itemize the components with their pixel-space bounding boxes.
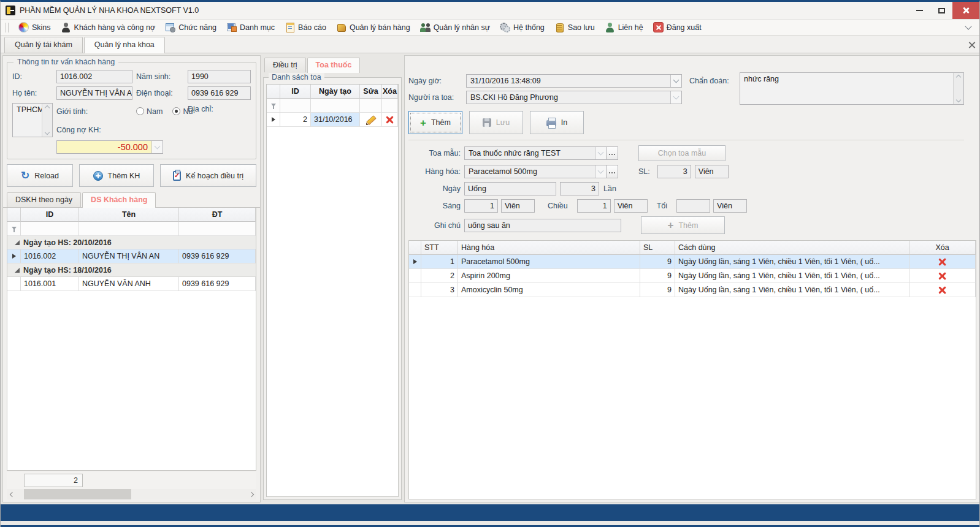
cell-stt[interactable]: 3	[421, 283, 458, 297]
col-dt[interactable]: ĐT	[179, 208, 256, 222]
times-field[interactable]: 3	[560, 182, 599, 195]
edit-cell[interactable]	[360, 113, 382, 127]
filter-ten-cell[interactable]	[79, 222, 179, 236]
menu-item-functions[interactable]: Chức năng	[160, 20, 221, 34]
cell-phone[interactable]: 0939 616 929	[179, 249, 256, 264]
template-combo[interactable]: Toa thuốc nhức răng TEST	[464, 146, 607, 160]
group-row[interactable]: Ngày tạo HS: 20/10/2016	[7, 236, 256, 249]
textarea-scrollbar[interactable]	[42, 104, 52, 137]
morning-qty-field[interactable]: 1	[464, 199, 498, 213]
record-count-box[interactable]: 2	[24, 474, 83, 487]
scrollbar-thumb[interactable]	[24, 489, 131, 499]
datetime-dropdown[interactable]	[670, 75, 681, 87]
add-customer-button[interactable]: Thêm KH	[79, 164, 154, 187]
cell-created-date[interactable]: 31/10/2016	[311, 113, 360, 127]
col-ngay-tao[interactable]: Ngày tạo	[311, 85, 360, 99]
method-field[interactable]: Uống	[464, 182, 556, 195]
cell-name[interactable]: NGUYỄN VĂN ANH	[79, 277, 179, 291]
doctor-combo[interactable]: BS.CKI Hồ Đăng Phương	[466, 91, 682, 104]
delete-cell[interactable]	[382, 113, 398, 127]
col-sua[interactable]: Sửa	[360, 85, 382, 99]
print-button[interactable]: In	[530, 111, 584, 134]
tab-ds-khach-hang[interactable]: DS Khách hàng	[82, 192, 156, 208]
table-row[interactable]: 1016.002 NGUYỄN THỊ VÂN AN 0939 616 929	[7, 249, 256, 264]
col-cach-dung[interactable]: Cách dùng	[675, 241, 909, 255]
delete-cell[interactable]	[909, 255, 976, 269]
tab-quan-ly-nha-khoa[interactable]: Quản lý nha khoa	[84, 37, 165, 53]
cell-id[interactable]: 2	[280, 113, 311, 127]
menu-item-categories[interactable]: Danh mục	[221, 20, 280, 34]
menu-item-logout[interactable]: Đăng xuất	[648, 20, 706, 34]
delete-cell[interactable]	[909, 269, 976, 283]
table-row[interactable]: 1016.001 NGUYỄN VĂN ANH 0939 616 929	[7, 277, 256, 291]
id-field[interactable]: 1016.002	[56, 70, 132, 83]
col-ten[interactable]: Tên	[79, 208, 179, 222]
menu-item-hr[interactable]: Quản lý nhân sự	[415, 20, 495, 34]
note-field[interactable]: uống sau ăn	[464, 219, 621, 232]
toolbar-overflow-icon[interactable]	[965, 23, 971, 29]
choose-template-button[interactable]: Chọn toa mẫu	[638, 145, 725, 161]
maximize-button[interactable]	[930, 2, 952, 19]
evening-qty-field[interactable]	[676, 199, 710, 213]
address-textarea[interactable]: TPHCM	[12, 103, 53, 137]
menu-item-reports[interactable]: Báo cáo	[280, 20, 331, 34]
scroll-up-icon[interactable]	[45, 105, 50, 110]
edit-pencil-icon[interactable]	[366, 115, 375, 124]
scroll-left-button[interactable]	[7, 489, 17, 499]
cell-stt[interactable]: 1	[421, 255, 458, 269]
col-id[interactable]: ID	[280, 85, 311, 99]
noon-qty-field[interactable]: 1	[577, 199, 611, 213]
filter-dt-cell[interactable]	[179, 222, 256, 236]
col-sl[interactable]: SL	[640, 241, 675, 255]
name-field[interactable]: NGUYỄN THỊ VÂN AN	[56, 86, 132, 100]
phone-field[interactable]: 0939 616 929	[188, 86, 251, 100]
template-browse-button[interactable]	[607, 146, 618, 160]
product-combo[interactable]: Paracetamol 500mg	[464, 165, 607, 178]
tab-close-icon[interactable]	[968, 41, 976, 48]
morning-unit-field[interactable]: Viên	[501, 199, 535, 213]
template-dropdown[interactable]	[595, 147, 606, 159]
delete-x-icon[interactable]	[938, 272, 946, 280]
scroll-down-icon[interactable]	[956, 97, 961, 102]
noon-unit-field[interactable]: Viên	[614, 199, 648, 213]
group-expand-icon[interactable]	[15, 240, 20, 245]
menu-item-contact[interactable]: Liên hệ	[600, 20, 648, 34]
horizontal-scrollbar[interactable]	[7, 489, 256, 499]
cell-usage[interactable]: Ngày Uống lần, sáng 1 Viên, chiều 1 Viên…	[675, 283, 909, 297]
qty-unit-field[interactable]: Viên	[695, 165, 729, 178]
col-stt[interactable]: STT	[421, 241, 458, 255]
cell-id[interactable]: 1016.001	[21, 277, 79, 291]
menu-item-sales[interactable]: Quản lý bán hàng	[331, 20, 415, 34]
product-dropdown[interactable]	[595, 165, 606, 178]
delete-cell[interactable]	[909, 283, 976, 297]
birth-year-field[interactable]: 1990	[188, 70, 251, 83]
delete-x-icon[interactable]	[386, 116, 394, 124]
filter-cell[interactable]	[360, 99, 382, 113]
cell-phone[interactable]: 0939 616 929	[179, 277, 256, 291]
diagnosis-textarea[interactable]: nhức răng	[740, 72, 964, 105]
tab-toa-thuoc[interactable]: Toa thuốc	[307, 58, 361, 73]
delete-x-icon[interactable]	[938, 258, 946, 266]
menu-item-customers[interactable]: Khách hàng và công nợ	[56, 20, 161, 34]
group-row[interactable]: Ngày tạo HS: 18/10/2016	[7, 264, 256, 277]
col-hang-hoa[interactable]: Hàng hóa	[458, 241, 640, 255]
filter-cell[interactable]	[382, 99, 398, 113]
debt-field[interactable]: -50.000	[56, 140, 163, 154]
qty-field[interactable]: 3	[657, 165, 691, 178]
cell-qty[interactable]: 9	[640, 283, 675, 297]
cell-usage[interactable]: Ngày Uống lần, sáng 1 Viên, chiều 1 Viên…	[675, 269, 909, 283]
tab-dieu-tri[interactable]: Điều trị	[264, 58, 306, 72]
reload-button[interactable]: ↻ Reload	[7, 164, 73, 187]
scroll-down-icon[interactable]	[45, 130, 50, 135]
table-row[interactable]: 2 31/10/2016	[267, 113, 398, 127]
cell-stt[interactable]: 2	[421, 269, 458, 283]
scrollbar-track[interactable]	[17, 489, 246, 499]
evening-unit-field[interactable]: Viên	[713, 199, 747, 213]
cell-name[interactable]: NGUYỄN THỊ VÂN AN	[79, 249, 179, 264]
table-row[interactable]: 1 Paracetamol 500mg 9 Ngày Uống lần, sán…	[409, 255, 976, 269]
cell-qty[interactable]: 9	[640, 269, 675, 283]
treatment-plan-button[interactable]: ✓ Kế hoạch điều trị	[160, 164, 256, 187]
cell-usage[interactable]: Ngày Uống lần, sáng 1 Viên, chiều 1 Viên…	[675, 255, 909, 269]
textarea-scrollbar[interactable]	[953, 73, 963, 104]
add-prescription-button[interactable]: + Thêm	[408, 111, 462, 134]
